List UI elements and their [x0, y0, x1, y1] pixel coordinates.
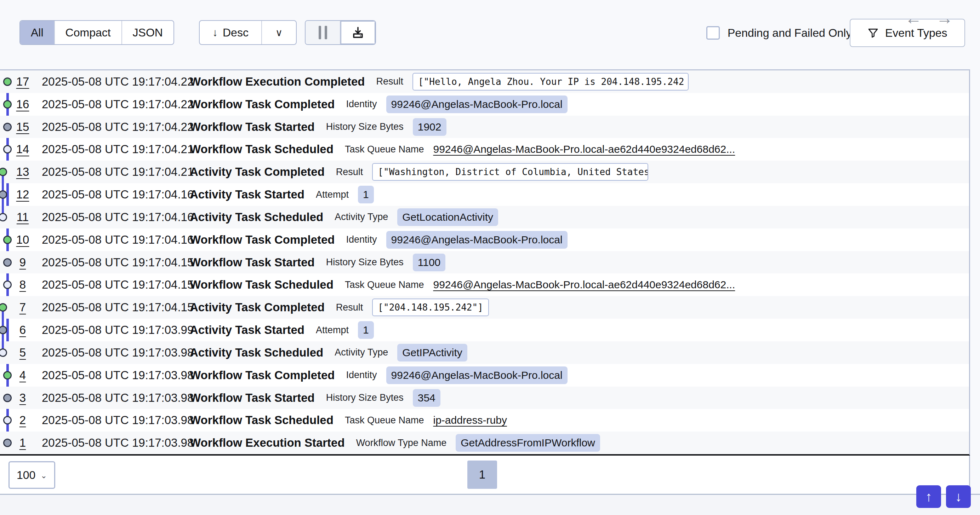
event-row[interactable]: 6 2025-05-08 UTC 19:17:03.99 Activity Ta… [0, 319, 969, 341]
event-id-link[interactable]: 4 [14, 369, 31, 382]
scroll-to-bottom-button[interactable]: ↓ [946, 485, 971, 508]
event-id-link[interactable]: 1 [14, 436, 31, 450]
event-name: Workflow Task Scheduled [190, 143, 334, 156]
sort-options-dropdown-button[interactable]: ∨ [261, 21, 296, 44]
event-row[interactable]: 15 2025-05-08 UTC 19:17:04.22 Workflow T… [0, 116, 969, 138]
event-timestamp: 2025-05-08 UTC 19:17:03.98 [42, 346, 179, 360]
tab-json[interactable]: JSON [121, 21, 173, 44]
event-timestamp: 2025-05-08 UTC 19:17:04.22 [42, 75, 179, 89]
download-history-button[interactable] [340, 21, 375, 44]
page-number-button[interactable]: 1 [467, 461, 497, 489]
event-detail-value: GetAddressFromIPWorkflow [456, 434, 600, 452]
event-status-dot [3, 145, 12, 154]
event-timestamp: 2025-05-08 UTC 19:17:03.98 [42, 414, 179, 427]
event-name: Activity Task Started [190, 188, 304, 201]
event-id-link[interactable]: 3 [14, 391, 31, 405]
event-timestamp: 2025-05-08 UTC 19:17:04.15 [42, 301, 179, 314]
event-status-dot [3, 236, 12, 244]
tab-compact[interactable]: Compact [54, 21, 121, 44]
event-detail: Identity 99246@Angelas-MacBook-Pro.local [346, 231, 568, 249]
pause-icon [319, 26, 321, 39]
event-row[interactable]: 17 2025-05-08 UTC 19:17:04.22 Workflow E… [0, 70, 969, 93]
event-name: Activity Task Completed [190, 301, 325, 314]
pause-icon [325, 26, 327, 39]
event-detail-key: History Size Bytes [326, 257, 404, 268]
event-status-dot [3, 78, 12, 86]
chevron-down-icon: ∨ [275, 27, 283, 38]
event-detail: Attempt 1 [316, 321, 374, 339]
task-queue-link[interactable]: 99246@Angelas-MacBook-Pro.local-ae62d440… [433, 143, 735, 155]
event-timestamp: 2025-05-08 UTC 19:17:03.98 [42, 369, 179, 382]
event-name: Workflow Task Started [190, 391, 315, 405]
event-row[interactable]: 9 2025-05-08 UTC 19:17:04.15 Workflow Ta… [0, 251, 969, 274]
next-page-arrow[interactable]: → [936, 10, 953, 27]
event-detail: Result ["204.148.195.242"] [336, 298, 489, 316]
event-id-link[interactable]: 2 [14, 414, 31, 427]
event-id-link[interactable]: 10 [14, 233, 31, 247]
event-timestamp: 2025-05-08 UTC 19:17:03.98 [42, 391, 179, 405]
event-detail-key: History Size Bytes [326, 392, 404, 403]
event-row[interactable]: 8 2025-05-08 UTC 19:17:04.15 Workflow Ta… [0, 273, 969, 296]
download-icon [351, 26, 365, 39]
event-id-link[interactable]: 17 [14, 75, 31, 89]
task-queue-link[interactable]: ip-address-ruby [433, 414, 507, 426]
event-id-link[interactable]: 9 [14, 256, 31, 269]
event-detail: Task Queue Name ip-address-ruby [345, 414, 507, 426]
event-name: Workflow Task Started [190, 256, 315, 269]
event-detail: Identity 99246@Angelas-MacBook-Pro.local [346, 95, 568, 113]
event-timestamp: 2025-05-08 UTC 19:17:04.21 [42, 165, 179, 179]
page-size-select[interactable]: 100 ⌄ [8, 461, 55, 489]
task-queue-link[interactable]: 99246@Angelas-MacBook-Pro.local-ae62d440… [433, 279, 735, 291]
event-id-link[interactable]: 8 [14, 278, 31, 292]
tab-all[interactable]: All [20, 21, 54, 44]
event-row[interactable]: 10 2025-05-08 UTC 19:17:04.16 Workflow T… [0, 228, 969, 251]
event-name: Activity Task Started [190, 323, 304, 337]
event-status-dot [0, 349, 7, 357]
event-detail-value: 99246@Angelas-MacBook-Pro.local [386, 95, 568, 113]
event-detail: Workflow Type Name GetAddressFromIPWorkf… [356, 434, 600, 452]
event-timestamp: 2025-05-08 UTC 19:17:04.15 [42, 278, 179, 292]
event-row[interactable]: 3 2025-05-08 UTC 19:17:03.98 Workflow Ta… [0, 387, 969, 409]
sort-desc-button[interactable]: ↓ Desc [200, 21, 261, 44]
event-status-dot [0, 303, 7, 312]
event-id-link[interactable]: 5 [14, 346, 31, 360]
event-detail-key: Identity [346, 99, 377, 109]
event-id-link[interactable]: 7 [14, 301, 31, 314]
event-row[interactable]: 12 2025-05-08 UTC 19:17:04.16 Activity T… [0, 183, 969, 206]
event-row[interactable]: 7 2025-05-08 UTC 19:17:04.15 Activity Ta… [0, 296, 969, 319]
event-detail-key: Activity Type [334, 347, 388, 358]
pending-failed-only-toggle[interactable]: Pending and Failed Only [706, 19, 851, 46]
chevron-down-icon: ⌄ [40, 471, 47, 480]
event-id-link[interactable]: 14 [14, 143, 31, 156]
event-id-link[interactable]: 11 [14, 211, 31, 224]
event-name: Workflow Execution Completed [190, 75, 365, 89]
event-row[interactable]: 1 2025-05-08 UTC 19:17:03.98 Workflow Ex… [0, 431, 969, 454]
event-row[interactable]: 11 2025-05-08 UTC 19:17:04.16 Activity T… [0, 206, 969, 228]
event-row[interactable]: 5 2025-05-08 UTC 19:17:03.98 Activity Ta… [0, 341, 969, 364]
event-row[interactable]: 2 2025-05-08 UTC 19:17:03.98 Workflow Ta… [0, 409, 969, 431]
event-timestamp: 2025-05-08 UTC 19:17:04.16 [42, 233, 179, 247]
event-row[interactable]: 16 2025-05-08 UTC 19:17:04.22 Workflow T… [0, 93, 969, 116]
event-row[interactable]: 14 2025-05-08 UTC 19:17:04.21 Workflow T… [0, 138, 969, 161]
event-detail-key: Task Queue Name [345, 279, 424, 290]
event-id-link[interactable]: 16 [14, 98, 31, 111]
event-row[interactable]: 13 2025-05-08 UTC 19:17:04.21 Activity T… [0, 161, 969, 183]
event-status-dot [3, 416, 12, 425]
event-id-link[interactable]: 6 [14, 323, 31, 337]
event-history-toolbar: All Compact JSON ↓ Desc ∨ Pending and Fa [0, 0, 980, 69]
event-id-link[interactable]: 15 [14, 120, 31, 134]
scroll-to-top-button[interactable]: ↑ [916, 485, 941, 508]
event-detail-key: History Size Bytes [326, 121, 404, 132]
event-row[interactable]: 4 2025-05-08 UTC 19:17:03.98 Workflow Ta… [0, 364, 969, 387]
event-id-link[interactable]: 13 [14, 165, 31, 179]
event-detail: History Size Bytes 1100 [326, 254, 446, 271]
event-history-table: 17 2025-05-08 UTC 19:17:04.22 Workflow E… [0, 69, 970, 456]
pause-button[interactable] [305, 21, 340, 44]
event-id-link[interactable]: 12 [14, 188, 31, 201]
event-detail-value: ["Hello, Angela Zhou. Your IP is 204.148… [412, 73, 689, 90]
pagination-footer: 100 ⌄ 1 [0, 456, 970, 494]
event-detail-value: 1902 [413, 118, 447, 136]
event-name: Workflow Task Started [190, 120, 315, 134]
pending-failed-checkbox[interactable] [706, 26, 720, 40]
previous-page-arrow[interactable]: ← [905, 10, 922, 27]
